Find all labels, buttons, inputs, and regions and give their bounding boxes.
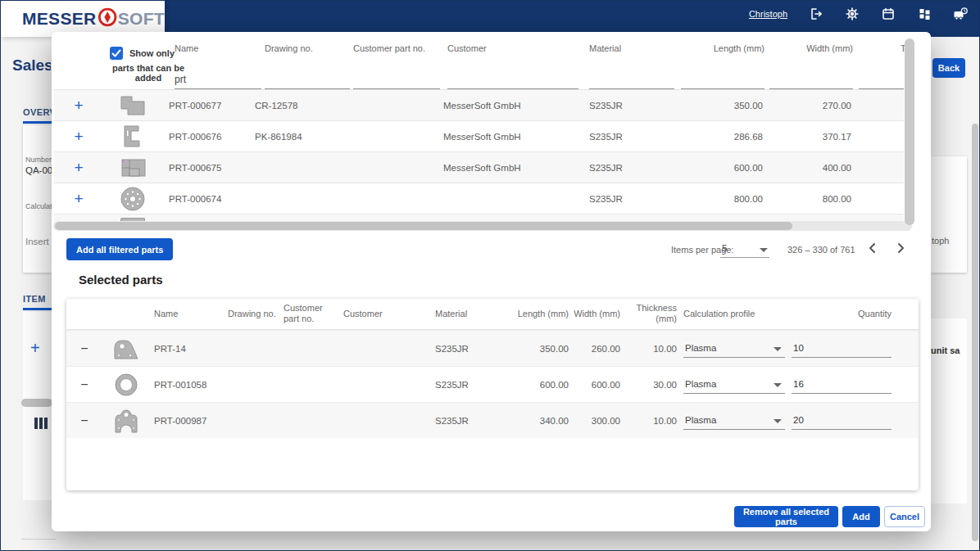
add-all-filtered-parts-button[interactable]: Add all filtered parts <box>66 238 173 260</box>
part-material: S235JR <box>589 132 623 142</box>
part-name: PRT-000674 <box>169 194 221 204</box>
transport-schedule-icon[interactable] <box>953 7 968 21</box>
calculation-profile-value: Plasma <box>685 415 716 425</box>
page-title: Sales ( <box>12 56 51 75</box>
table-row: + PRT-000677 CR-12578 MesserSoft GmbH S2… <box>54 89 904 120</box>
part-thumbnail <box>107 406 144 436</box>
calculate-field-label: Calculate <box>25 202 52 210</box>
show-only-addable-checkbox[interactable] <box>110 47 123 60</box>
part-name: PRT-000987 <box>154 416 206 426</box>
previous-page-icon[interactable] <box>864 240 881 256</box>
calculation-profile-value: Plasma <box>685 379 716 389</box>
columns-view-icon[interactable] <box>34 418 48 429</box>
add-part-button[interactable]: + <box>69 97 88 115</box>
filter-name-input[interactable] <box>175 70 261 89</box>
calculation-profile-select[interactable]: Plasma <box>683 340 785 358</box>
available-table-hscrollbar-thumb[interactable] <box>55 222 792 230</box>
background-user-fragment: toph <box>932 236 969 246</box>
available-col-customer: Customer <box>447 43 487 53</box>
selected-col-thickness: Thickness (mm) <box>630 303 677 326</box>
filter-length-input[interactable] <box>681 70 764 89</box>
apps-grid-icon[interactable] <box>917 7 932 21</box>
items-per-page-underline <box>720 257 769 258</box>
remove-part-button[interactable]: − <box>76 413 93 428</box>
quantity-field <box>792 412 892 430</box>
calculation-profile-select[interactable]: Plasma <box>683 376 785 394</box>
quantity-input[interactable] <box>792 340 892 358</box>
logo-text-messer: MESSER <box>22 9 97 29</box>
filter-material-input[interactable] <box>589 70 674 89</box>
part-length: 600.00 <box>673 163 763 173</box>
available-col-name: Name <box>175 43 198 53</box>
available-col-length: Length (mm) <box>683 43 764 53</box>
user-menu[interactable]: Christoph <box>749 9 787 19</box>
select-caret-icon <box>774 419 782 423</box>
part-length: 286.68 <box>673 132 763 142</box>
tab-overview[interactable]: OVERV <box>23 107 56 117</box>
filter-thickness-input[interactable] <box>859 70 904 89</box>
part-customer: MesserSoft GmbH <box>443 132 521 142</box>
part-material: S235JR <box>589 194 623 204</box>
remove-part-button[interactable]: − <box>76 341 93 356</box>
items-per-page-select[interactable]: 5 <box>722 243 727 253</box>
add-part-button[interactable]: + <box>69 128 88 146</box>
part-length: 350.00 <box>673 101 763 111</box>
table-row: − PRT-14 S235JR 350.00 260.00 10.00 Plas… <box>66 330 919 366</box>
part-thumbnail <box>111 123 154 151</box>
table-row: − PRT-000987 S235JR 340.00 300.00 10.00 <box>66 402 919 438</box>
filter-customer-input[interactable] <box>447 70 578 89</box>
quantity-field <box>792 376 892 394</box>
available-parts-table: + PRT-000677 CR-12578 MesserSoft GmbH S2… <box>54 89 904 222</box>
selected-parts-heading: Selected parts <box>79 273 163 287</box>
part-thickness: 10.00 <box>630 416 677 426</box>
add-part-button[interactable]: + <box>69 190 88 208</box>
cancel-button[interactable]: Cancel <box>884 506 925 527</box>
part-material: S235JR <box>589 101 623 111</box>
part-width: 600.00 <box>571 380 620 390</box>
quantity-input[interactable] <box>792 376 892 394</box>
part-thumbnail <box>111 92 154 120</box>
settings-gear-icon[interactable] <box>845 7 860 21</box>
back-button[interactable]: Back <box>932 58 965 78</box>
table-row: − PRT-001058 S235JR 600.00 600.00 30.00 … <box>66 366 919 402</box>
part-thumbnail <box>111 154 154 182</box>
number-field-value: QA-00 <box>25 165 52 175</box>
page-vscrollbar[interactable] <box>972 124 978 541</box>
add-item-button[interactable]: + <box>30 339 40 358</box>
next-page-icon[interactable] <box>892 240 909 256</box>
table-row: + PRT-000674 S235JR 8 <box>54 183 904 214</box>
selected-col-customer-part-no: Customer part no. <box>284 303 334 326</box>
part-drawing-no: PK-861984 <box>255 132 302 142</box>
add-part-button[interactable]: + <box>69 159 88 177</box>
remove-part-button[interactable]: − <box>76 377 93 392</box>
selected-col-quantity: Quantity <box>828 309 892 320</box>
part-material: S235JR <box>435 416 469 426</box>
available-table-vscrollbar-track[interactable] <box>905 37 914 228</box>
available-table-hscrollbar-track[interactable] <box>53 221 912 231</box>
filter-customer-part-no-input[interactable] <box>353 70 440 89</box>
part-material: S235JR <box>435 344 469 354</box>
filter-width-input[interactable] <box>769 70 853 89</box>
filter-drawing-no-input[interactable] <box>265 70 350 89</box>
add-button[interactable]: Add <box>842 506 880 527</box>
part-name: PRT-14 <box>154 344 186 354</box>
background-divider <box>21 539 56 540</box>
available-table-vscrollbar-thumb[interactable] <box>905 38 914 225</box>
part-length: 340.00 <box>513 416 569 426</box>
select-caret-icon <box>774 383 782 387</box>
part-customer: MesserSoft GmbH <box>443 101 521 111</box>
selected-parts-table: Name Drawing no. Customer part no. Custo… <box>66 299 919 490</box>
part-length: 800.00 <box>673 194 763 204</box>
remove-all-selected-parts-button[interactable]: Remove all selected parts <box>734 506 838 527</box>
calendar-icon[interactable] <box>881 7 896 21</box>
background-hscrollbar[interactable] <box>21 399 52 407</box>
tab-items[interactable]: ITEM <box>23 294 56 304</box>
quantity-input[interactable] <box>792 412 892 430</box>
logout-icon[interactable] <box>809 7 823 21</box>
part-width: 300.00 <box>571 416 620 426</box>
selected-col-name: Name <box>154 309 178 320</box>
part-thickness: 10.00 <box>630 344 677 354</box>
part-name: PRT-001058 <box>154 380 206 390</box>
calculation-profile-select[interactable]: Plasma <box>683 412 785 430</box>
items-per-page-caret-icon[interactable] <box>760 248 768 252</box>
